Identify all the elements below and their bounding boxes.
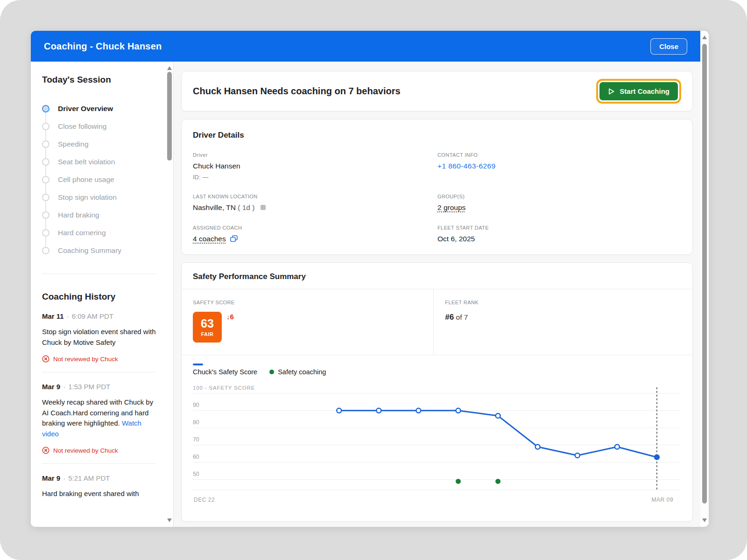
- history-text-body: Hard braking event shared with: [42, 490, 139, 497]
- step-circle-icon: [42, 229, 49, 237]
- history-date: Mar 11: [42, 312, 64, 320]
- fleet-rank-cell: FLEET RANK #6 of 7: [433, 289, 692, 355]
- chart-legend: Chuck's Safety Score Safety coaching: [182, 355, 692, 378]
- contact-label: CONTACT INFO: [437, 152, 681, 158]
- safety-summary-card: Safety Performance Summary SAFETY SCORE …: [181, 262, 693, 522]
- start-coaching-label: Start Coaching: [620, 87, 669, 95]
- banner-title: Chuck Hansen Needs coaching on 7 behavio…: [193, 86, 401, 97]
- coach-field: ASSIGNED COACH 4 coaches: [193, 225, 437, 243]
- coaching-banner: Chuck Hansen Needs coaching on 7 behavio…: [181, 71, 693, 112]
- contact-field: CONTACT INFO +1 860-463-6269: [437, 152, 681, 181]
- history-text-body: Stop sign violation event shared with Ch…: [42, 328, 155, 346]
- driver-id: ID: —: [193, 174, 437, 181]
- session-step[interactable]: Coaching Summary: [42, 242, 156, 259]
- history-date-row: Mar 9·5:21 AM PDT: [42, 474, 156, 482]
- svg-text:90: 90: [193, 401, 199, 408]
- sidebar-scrollbar[interactable]: [165, 62, 174, 527]
- safety-score-cell: SAFETY SCORE 63 FAIR ↓6: [182, 289, 433, 355]
- dot-separator: ·: [67, 312, 69, 320]
- main-scrollbar-thumb[interactable]: [702, 44, 707, 504]
- modal-titlebar: Coaching - Chuck Hansen Close: [31, 31, 700, 62]
- fleet-rank-value: #6 of 7: [445, 313, 681, 322]
- session-step-label: Hard cornering: [58, 229, 106, 237]
- scroll-up-icon[interactable]: [702, 35, 707, 39]
- fleet-start-value: Oct 6, 2025: [437, 235, 681, 243]
- svg-text:100 - SAFETY SCORE: 100 - SAFETY SCORE: [193, 385, 255, 390]
- close-button[interactable]: Close: [650, 38, 687, 55]
- highlight-ring: Start Coaching: [596, 79, 681, 104]
- dot-separator: ·: [63, 383, 65, 391]
- legend-series-label: Chuck's Safety Score: [193, 368, 257, 376]
- legend-safety-score: Chuck's Safety Score: [193, 364, 257, 376]
- main-content: Chuck Hansen Needs coaching on 7 behavio…: [174, 62, 700, 527]
- driver-field: Driver Chuck Hansen ID: —: [193, 152, 437, 181]
- step-circle-icon: [42, 158, 49, 166]
- session-step-label: Stop sign violation: [58, 193, 117, 202]
- scroll-down-icon[interactable]: [167, 518, 172, 522]
- safety-score-rating: FAIR: [201, 331, 213, 337]
- fleet-rank-number: #6: [445, 313, 454, 322]
- start-coaching-button[interactable]: Start Coaching: [599, 82, 678, 100]
- location-label: LAST KNOWN LOCATION: [193, 194, 437, 199]
- coach-label: ASSIGNED COACH: [193, 225, 437, 231]
- fleet-start-field: FLEET START DATE Oct 6, 2025: [437, 225, 681, 243]
- history-status: Not reviewed by Chuck: [53, 447, 118, 454]
- step-circle-icon: [42, 247, 49, 254]
- fleet-rank-suffix: of 7: [454, 313, 468, 321]
- coaches-link[interactable]: 4 coaches: [193, 235, 226, 243]
- location-field: LAST KNOWN LOCATION Nashville, TN ( 1d ): [193, 194, 437, 212]
- location-city: Nashville, TN: [193, 203, 236, 211]
- history-title: Coaching History: [42, 292, 156, 302]
- session-step[interactable]: Driver Overview: [42, 100, 156, 118]
- driver-name: Chuck Hansen: [193, 162, 437, 170]
- groups-link[interactable]: 2 groups: [437, 203, 681, 212]
- step-circle-icon: [42, 176, 49, 183]
- session-step-label: Hard braking: [58, 211, 99, 219]
- session-step-label: Speeding: [58, 140, 89, 148]
- safety-score-label: SAFETY SCORE: [193, 300, 422, 305]
- history-item: Mar 11·6:09 AM PDT Stop sign violation e…: [42, 302, 156, 372]
- location-value: Nashville, TN ( 1d ): [193, 203, 437, 212]
- session-step[interactable]: Stop sign violation: [42, 189, 156, 206]
- coaching-modal: Coaching - Chuck Hansen Close Today's Se…: [31, 31, 709, 527]
- session-step[interactable]: Hard cornering: [42, 224, 156, 242]
- groups-label: GROUP(S): [437, 194, 681, 199]
- svg-text:70: 70: [193, 436, 199, 442]
- safety-score-chart: 100 - SAFETY SCORE9080706050DEC 22MAR 09: [182, 378, 692, 521]
- session-step-label: Close following: [58, 122, 106, 131]
- dot-separator: ·: [63, 474, 65, 482]
- location-map-icon: [261, 205, 266, 210]
- play-icon: [608, 88, 615, 95]
- driver-label: Driver: [193, 152, 437, 158]
- history-text: Hard braking event shared with: [42, 489, 156, 499]
- history-time: 5:21 AM PDT: [68, 474, 110, 482]
- contact-phone-link[interactable]: +1 860-463-6269: [437, 162, 681, 170]
- session-sidebar: Today's Session Driver Overview Close fo…: [31, 62, 165, 527]
- sidebar-scrollbar-thumb[interactable]: [167, 72, 172, 161]
- line-swatch-icon: [193, 364, 203, 365]
- session-step[interactable]: Speeding: [42, 135, 156, 153]
- messages-icon[interactable]: [230, 235, 238, 243]
- fleet-start-label: FLEET START DATE: [437, 225, 681, 231]
- scroll-down-icon[interactable]: [702, 518, 707, 522]
- history-item: Mar 9·5:21 AM PDT Hard braking event sha…: [42, 464, 156, 509]
- legend-safety-coaching: Safety coaching: [269, 368, 326, 376]
- scroll-up-icon[interactable]: [167, 66, 172, 70]
- history-date-row: Mar 11·6:09 AM PDT: [42, 312, 156, 320]
- session-title: Today's Session: [42, 75, 156, 85]
- main-scrollbar[interactable]: [700, 31, 709, 527]
- groups-field: GROUP(S) 2 groups: [437, 194, 681, 212]
- session-step[interactable]: Hard braking: [42, 206, 156, 224]
- session-step-label: Cell phone usage: [58, 175, 114, 184]
- session-step[interactable]: Seat belt violation: [42, 153, 156, 171]
- history-time: 1:53 PM PDT: [68, 383, 110, 391]
- history-text: Stop sign violation event shared with Ch…: [42, 327, 156, 348]
- history-status-row: Not reviewed by Chuck: [42, 355, 156, 363]
- svg-text:MAR 09: MAR 09: [652, 496, 674, 503]
- session-step[interactable]: Close following: [42, 118, 156, 135]
- step-circle-icon: [42, 211, 49, 219]
- sidebar-divider: [42, 273, 156, 274]
- fleet-rank-label: FLEET RANK: [445, 300, 681, 305]
- safety-summary-title: Safety Performance Summary: [182, 263, 692, 289]
- session-step[interactable]: Cell phone usage: [42, 171, 156, 189]
